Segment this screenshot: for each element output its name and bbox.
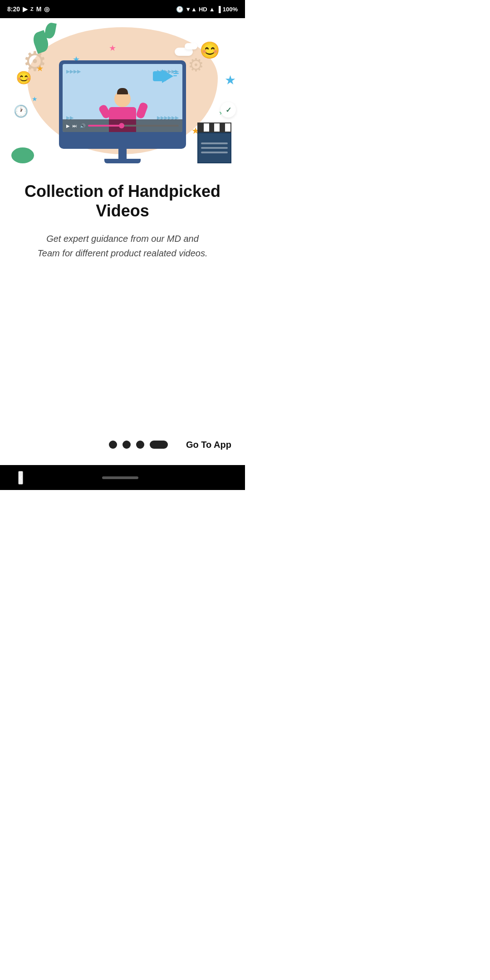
text-section: Collection of Handpicked Videos Get expe… bbox=[0, 163, 245, 424]
clap-stripe bbox=[198, 123, 204, 132]
youtube-icon: ▶ bbox=[23, 5, 28, 13]
dot-3 bbox=[136, 441, 144, 449]
battery-icon: ▐ bbox=[217, 6, 221, 13]
system-nav-bar: ‹ bbox=[0, 465, 245, 490]
smiley-right-icon: 😊 bbox=[200, 41, 220, 60]
star-icon: ★ bbox=[32, 95, 38, 103]
clapboard-icon bbox=[197, 122, 231, 163]
pagination-dots bbox=[14, 441, 186, 449]
play-btn-icon: ▶ bbox=[66, 123, 70, 128]
wave-line bbox=[173, 71, 177, 72]
volume-btn-icon: 🔊 bbox=[80, 123, 85, 128]
progress-thumb bbox=[119, 123, 124, 128]
check-icon: ✓ bbox=[220, 102, 236, 118]
cloud-icon bbox=[185, 43, 197, 49]
clap-stripe-w bbox=[214, 123, 220, 132]
progress-track bbox=[88, 125, 179, 127]
hd-badge: HD bbox=[199, 6, 207, 13]
gmail-icon: M bbox=[36, 5, 42, 13]
monitor-stand-neck bbox=[118, 149, 127, 159]
clap-stripe-w bbox=[225, 123, 230, 132]
video-controls: ▶ ⏭ 🔊 bbox=[63, 119, 182, 132]
monitor-body: ▶▶▶▶▶▶▶▶▶▶ ▶▶▶▶▶▶▶▶ bbox=[59, 60, 186, 149]
dot-1 bbox=[109, 441, 117, 449]
clap-stripe bbox=[220, 123, 225, 132]
person-hair bbox=[117, 88, 128, 94]
wave-line bbox=[173, 73, 179, 74]
megaphone-icon bbox=[153, 69, 173, 84]
status-bar: 8:20 ▶ Z M ◎ 🕐 ▼▲ HD ▲ ▐ 100% bbox=[0, 0, 245, 18]
clapboard-body bbox=[197, 132, 231, 163]
leaf-icon bbox=[44, 22, 57, 39]
wave-line bbox=[173, 75, 177, 76]
smiley-left-icon: 😊 bbox=[16, 70, 32, 85]
star-icon: ★ bbox=[109, 43, 116, 53]
star-icon: ★ bbox=[36, 64, 44, 74]
main-content: ⚙ ⚙ ★ ★ ★ ★ ★ ★ ★ 😊 😊 ✓ ♥ ♥ 🕐 bbox=[0, 18, 245, 465]
main-title: Collection of Handpicked Videos bbox=[18, 181, 227, 220]
clapboard-top bbox=[197, 122, 231, 132]
star-icon: ★ bbox=[225, 73, 236, 88]
illustration-area: ⚙ ⚙ ★ ★ ★ ★ ★ ★ ★ 😊 😊 ✓ ♥ ♥ 🕐 bbox=[0, 18, 245, 163]
dot-2 bbox=[122, 441, 131, 449]
time-display: 8:20 bbox=[7, 5, 20, 13]
clap-line bbox=[201, 147, 228, 149]
person-head bbox=[114, 91, 131, 107]
signal-icon: ▲ bbox=[209, 6, 215, 13]
clap-line bbox=[201, 142, 228, 144]
battery-percent: 100% bbox=[223, 6, 238, 13]
clap-stripe bbox=[209, 123, 215, 132]
monitor-stand-base bbox=[104, 159, 141, 163]
leaf-icon bbox=[11, 147, 34, 163]
wifi-icon: ▼▲ bbox=[185, 6, 197, 13]
record-icon: ◎ bbox=[44, 5, 49, 13]
skip-btn-icon: ⏭ bbox=[73, 123, 77, 128]
megaphone-waves bbox=[173, 71, 179, 76]
monitor: ▶▶▶▶▶▶▶▶▶▶ ▶▶▶▶▶▶▶▶ bbox=[59, 60, 186, 163]
alarm-icon: 🕐 bbox=[176, 6, 183, 13]
megaphone-cone bbox=[162, 69, 173, 83]
subtitle: Get expert guidance from our MD and Team… bbox=[36, 231, 209, 260]
clock-icon: 🕐 bbox=[14, 104, 28, 118]
home-pill[interactable] bbox=[102, 476, 138, 479]
bottom-nav: Go To App bbox=[0, 424, 245, 465]
clap-stripe-w bbox=[204, 123, 209, 132]
dot-4-active bbox=[150, 441, 168, 449]
status-right: 🕐 ▼▲ HD ▲ ▐ 100% bbox=[176, 6, 238, 13]
clap-line bbox=[201, 152, 228, 153]
zomato-icon: Z bbox=[30, 6, 34, 12]
back-button[interactable]: ‹ bbox=[18, 471, 23, 485]
status-left: 8:20 ▶ Z M ◎ bbox=[7, 5, 49, 13]
go-to-app-button[interactable]: Go To App bbox=[186, 440, 231, 450]
monitor-screen: ▶▶▶▶▶▶▶▶▶▶ ▶▶▶▶▶▶▶▶ bbox=[63, 64, 182, 132]
